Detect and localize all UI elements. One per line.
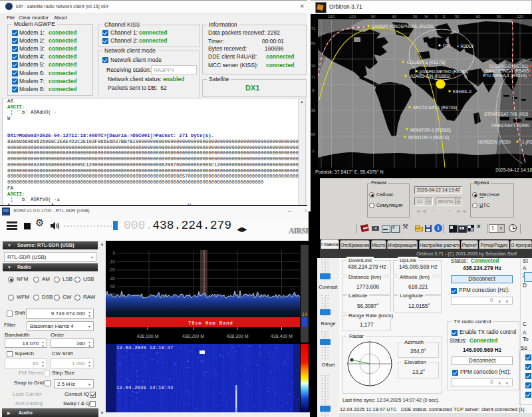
svg-text:71: 71 xyxy=(311,75,316,79)
svg-text:RTU MIREA-1 (RS51S): RTU MIREA-1 (RS51S) xyxy=(483,73,527,78)
svg-text:30: 30 xyxy=(311,108,316,112)
svg-text:+ R3DDF: + R3DDF xyxy=(457,44,475,49)
svg-text:E: E xyxy=(443,15,446,19)
svg-text:30: 30 xyxy=(413,15,418,19)
svg-text:W: W xyxy=(424,15,428,19)
svg-text:60: 60 xyxy=(392,15,397,19)
svg-text:0: 0 xyxy=(112,251,115,255)
svg-text:MONITOR-4 (RS57S): MONITOR-4 (RS57S) xyxy=(408,135,449,140)
svg-text:438,400 M: 438,400 M xyxy=(271,334,293,339)
svg-text:ESHAIL-2: ESHAIL-2 xyxy=(453,89,471,94)
svg-text:MONITOR-3 (RS58S): MONITOR-3 (RS58S) xyxy=(410,128,451,133)
svg-text:438,100 M: 438,100 M xyxy=(136,334,158,339)
svg-text:120: 120 xyxy=(517,15,524,19)
svg-text:12.04.2025 14:18:47: 12.04.2025 14:18:47 xyxy=(116,345,174,350)
svg-text:2025-04-12 14:18:4: 2025-04-12 14:18:4 xyxy=(495,168,532,172)
svg-text:60: 60 xyxy=(476,15,481,19)
svg-text:90: 90 xyxy=(497,15,501,19)
svg-text:30: 30 xyxy=(455,15,460,19)
svg-text:438,300 M: 438,300 M xyxy=(226,334,248,339)
svg-text:-40: -40 xyxy=(109,284,116,289)
svg-text:-10: -10 xyxy=(109,259,116,264)
svg-text:30: 30 xyxy=(311,64,316,68)
svg-text:HORIZON (RS59: HORIZON (RS59 xyxy=(478,140,511,145)
svg-text:150: 150 xyxy=(328,15,335,19)
svg-text:14: 14 xyxy=(302,312,307,317)
svg-text:70cm Ham Band: 70cm Ham Band xyxy=(188,321,233,326)
svg-text:71: 71 xyxy=(311,27,316,31)
svg-text:120: 120 xyxy=(349,15,356,19)
svg-text:Podolsk: 37,5417° E, 55,4375°: Podolsk: 37,5417° E, 55,4375° N xyxy=(315,170,384,174)
svg-text:60: 60 xyxy=(311,41,316,45)
svg-text:ORBICRAFT-ZORKI: ORBICRAFT-ZORKI xyxy=(491,123,530,128)
svg-text:SAMSAT-IONOSPHERE (RS25S: SAMSAT-IONOSPHERE (RS25S xyxy=(372,24,434,29)
svg-text:-1 (RS: -1 (RS xyxy=(521,140,532,145)
svg-text:-20: -20 xyxy=(109,267,116,272)
svg-text:ARCTICSAT-1 (RS74S): ARCTICSAT-1 (RS74S) xyxy=(413,105,457,110)
svg-text:60: 60 xyxy=(311,132,316,136)
svg-text:-30: -30 xyxy=(109,276,116,281)
svg-text:STRATOSAT-TK1 (RS5: STRATOSAT-TK1 (RS5 xyxy=(484,112,529,117)
svg-text:DX1: DX1 xyxy=(443,43,452,48)
svg-text:90: 90 xyxy=(371,15,376,19)
svg-text:438,200 M: 438,200 M xyxy=(182,334,204,339)
svg-text:VIZARD-ION (RS68S): VIZARD-ION (RS68S) xyxy=(409,74,450,79)
svg-text:12.04.2025 14:18:42: 12.04.2025 14:18:42 xyxy=(116,385,174,390)
svg-text:COLIBRI-S (RS17S): COLIBRI-S (RS17S) xyxy=(407,60,445,65)
